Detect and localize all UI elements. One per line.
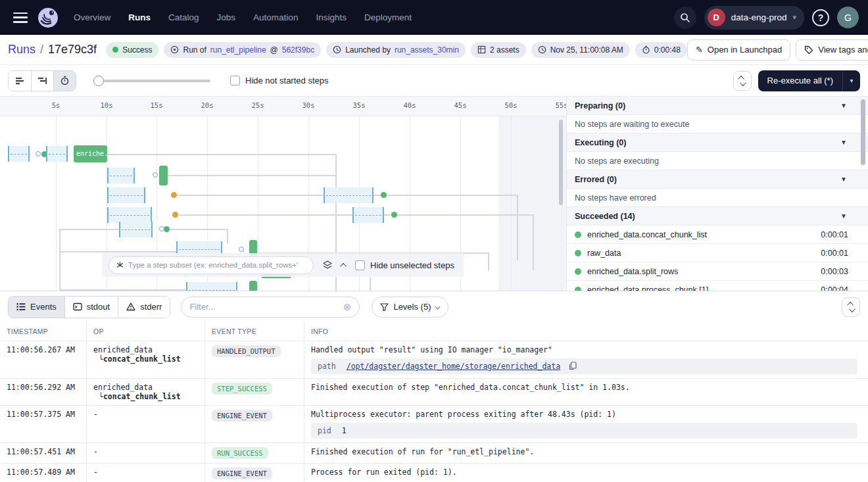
gantt-step-marker[interactable] [153,172,158,178]
gantt-step-marker[interactable] [36,151,41,157]
log-timestamp: 11:00:57.375 AM [0,406,86,443]
section-errored[interactable]: Errored (0)▼ [567,170,868,189]
hide-unselected-checkbox[interactable] [355,260,365,270]
hide-unselected-checkbox-row[interactable]: Hide unselected steps [355,260,454,270]
step-row[interactable]: raw_data 0:00:01 [567,244,868,262]
gantt-step-bar[interactable] [249,281,257,291]
gantt-step-marker[interactable] [239,247,244,252]
hide-not-started-checkbox-row[interactable]: Hide not started steps [230,76,328,85]
copy-icon[interactable] [569,362,577,370]
gantt-waiting-box[interactable] [107,187,145,203]
log-row[interactable]: 11:00:56.267 AM enriched_data └concat_ch… [0,341,868,378]
view-mode-waterfall-button[interactable] [31,71,53,91]
stopwatch-icon [60,76,70,85]
nav-deployment[interactable]: Deployment [364,12,412,22]
gantt-step-marker[interactable] [172,212,178,218]
nav-automation[interactable]: Automation [253,12,298,22]
log-row[interactable]: 11:00:56.292 AM enriched_data └concat_ch… [0,378,868,405]
nav-insights[interactable]: Insights [316,12,347,22]
step-row[interactable]: enriched_data.split_rows 0:00:03 [567,262,868,281]
gantt-step-marker[interactable] [171,192,177,198]
gantt-scrollbar[interactable] [559,120,563,205]
section-succeeded[interactable]: Succeeded (14)▼ [567,207,868,226]
levels-dropdown[interactable]: Levels (5) [372,297,448,318]
tab-stderr[interactable]: stderr [118,297,170,318]
log-filter-input[interactable] [189,302,343,312]
gantt-connector-line [59,229,119,230]
log-table-header: TIMESTAMP OP EVENT TYPE INFO [0,322,868,341]
section-executing[interactable]: Executing (0)▼ [567,133,868,152]
open-in-launchpad-button[interactable]: ✎ Open in Launchpad [687,39,790,60]
gantt-waiting-box[interactable] [107,207,152,223]
gantt-waiting-box[interactable] [8,146,30,162]
funnel-icon [380,303,389,311]
nav-jobs[interactable]: Jobs [217,12,236,22]
gantt-waiting-box[interactable] [324,187,374,203]
layers-icon[interactable] [322,260,333,270]
workspace-switcher[interactable]: D data-eng-prod ▾ [704,6,804,30]
nav-runs[interactable]: Runs [128,12,151,22]
gantt-step-marker[interactable] [164,226,170,232]
code-version-link[interactable]: 562f39bc [282,45,314,55]
log-op: enriched_data └concat_chunk_list [86,379,205,405]
step-row[interactable]: enriched_data.process_chunk [1] 0:00:04 [567,281,868,291]
slider-knob[interactable] [93,76,104,86]
step-row[interactable]: enriched_data.concat_chunk_list 0:00:01 [567,226,868,244]
reexecute-dropdown-caret[interactable]: ▾ [843,77,860,84]
storage-path-link[interactable]: /opt/dagster/dagster_home/storage/enrich… [347,362,560,371]
flat-list-icon [15,76,25,85]
run-header: Runs / 17e79c3f Success Run of run_etl_p… [0,35,868,65]
gantt-step-marker[interactable] [381,192,387,198]
search-button[interactable] [674,7,696,29]
user-avatar[interactable]: G [837,7,859,28]
log-expand-button[interactable] [842,297,860,317]
gantt-step-bar-labeled[interactable]: enriche. [74,145,107,162]
gantt-waiting-box[interactable] [352,207,384,223]
collapse-expand-button[interactable] [733,71,752,91]
start-time-badge: Nov 25, 11:00:08 AM [531,42,630,58]
axis-tick-label: 45s [454,101,467,109]
gantt-waiting-box[interactable] [186,282,237,291]
reexecute-all-button[interactable]: Re-execute all (*) ▾ [758,70,860,91]
nav-overview[interactable]: Overview [74,12,110,22]
tab-stdout[interactable]: stdout [64,297,118,318]
log-row[interactable]: 11:00:57.375 AM - ENGINE_EVENT Multiproc… [0,405,868,443]
pipeline-link[interactable]: run_etl_pipeline [210,45,266,55]
warning-triangle-icon [126,302,135,311]
schedule-link[interactable]: run_assets_30min [395,45,459,55]
view-tags-config-button[interactable]: View tags and config [796,39,868,60]
hamburger-menu-icon[interactable] [13,12,28,23]
log-timestamp: 11:00:56.292 AM [0,379,86,405]
gantt-connector-line [59,229,60,289]
view-mode-flat-button[interactable] [9,71,31,91]
assets-badge[interactable]: 2 assets [471,42,526,58]
section-preparing[interactable]: Preparing (0)▼ [567,97,868,115]
log-timestamp: 11:00:57.451 AM [0,443,86,463]
nav-catalog[interactable]: Catalog [168,12,199,22]
primary-nav: Overview Runs Catalog Jobs Automation In… [74,12,412,22]
gantt-waiting-box[interactable] [46,146,68,162]
log-info: Process for run exited (pid: 1). [311,468,861,477]
log-row[interactable]: 11:00:57.451 AM - RUN_SUCCESS Finished e… [0,443,868,463]
help-button[interactable]: ? [812,9,829,26]
step-duration: 0:00:01 [821,249,848,258]
steps-panel-scrollbar[interactable] [861,99,865,165]
col-info: INFO [304,322,868,341]
gantt-step-marker[interactable] [391,212,397,218]
log-row[interactable]: 11:00:57.489 AM - ENGINE_EVENT Process f… [0,463,868,482]
gantt-waiting-box[interactable] [119,222,153,237]
step-subset-input[interactable]: Type a step subset (ex: enriched_data.sp… [108,256,314,274]
axis-tick-label: 30s [302,101,315,109]
log-filter-field[interactable]: ⊗ [181,297,360,318]
gantt-step-bar[interactable] [159,166,168,185]
gantt-waiting-box[interactable] [107,168,135,183]
breadcrumb-runs-link[interactable]: Runs [8,43,36,57]
clear-filter-icon[interactable]: ⊗ [343,301,352,313]
chevron-up-icon[interactable] [340,262,347,269]
hide-not-started-checkbox[interactable] [230,76,240,85]
tab-events[interactable]: Events [9,297,64,318]
target-icon [170,45,179,54]
view-mode-timed-button[interactable] [53,71,76,91]
log-timestamp: 11:00:57.489 AM [0,464,86,482]
gantt-zoom-slider[interactable] [93,75,210,87]
